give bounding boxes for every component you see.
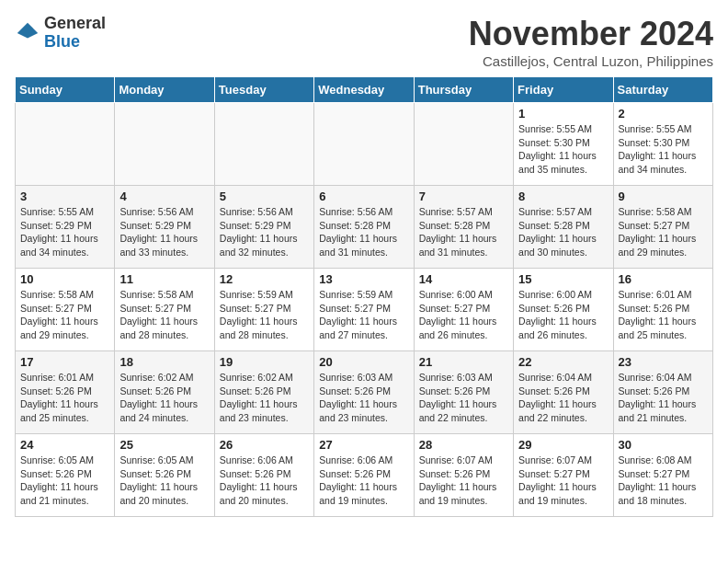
calendar-cell: 22Sunrise: 6:04 AM Sunset: 5:26 PM Dayli… xyxy=(514,351,613,434)
day-number: 2 xyxy=(619,107,708,121)
calendar-cell: 21Sunrise: 6:03 AM Sunset: 5:26 PM Dayli… xyxy=(414,351,513,434)
day-info: Sunrise: 5:57 AM Sunset: 5:28 PM Dayligh… xyxy=(518,205,608,259)
calendar-cell: 12Sunrise: 5:59 AM Sunset: 5:27 PM Dayli… xyxy=(214,269,313,351)
calendar-cell: 27Sunrise: 6:06 AM Sunset: 5:26 PM Dayli… xyxy=(314,434,414,517)
calendar-cell: 18Sunrise: 6:02 AM Sunset: 5:26 PM Dayli… xyxy=(115,351,214,434)
day-number: 28 xyxy=(419,438,508,452)
month-title: November 2024 xyxy=(469,15,713,53)
calendar-cell xyxy=(314,103,414,186)
calendar-header-day: Friday xyxy=(514,77,613,103)
calendar-cell: 28Sunrise: 6:07 AM Sunset: 5:26 PM Dayli… xyxy=(414,434,513,517)
calendar-cell: 20Sunrise: 6:03 AM Sunset: 5:26 PM Dayli… xyxy=(314,351,414,434)
calendar-cell: 17Sunrise: 6:01 AM Sunset: 5:26 PM Dayli… xyxy=(16,351,115,434)
day-number: 14 xyxy=(419,272,508,286)
day-info: Sunrise: 6:03 AM Sunset: 5:26 PM Dayligh… xyxy=(319,371,408,425)
day-info: Sunrise: 5:57 AM Sunset: 5:28 PM Dayligh… xyxy=(419,205,508,259)
day-number: 11 xyxy=(119,272,209,286)
title-block: November 2024 Castillejos, Central Luzon… xyxy=(469,15,713,69)
day-number: 1 xyxy=(518,107,608,121)
day-info: Sunrise: 6:01 AM Sunset: 5:26 PM Dayligh… xyxy=(20,371,109,425)
day-number: 17 xyxy=(20,355,109,369)
calendar-cell: 2Sunrise: 5:55 AM Sunset: 5:30 PM Daylig… xyxy=(613,103,712,186)
day-info: Sunrise: 5:55 AM Sunset: 5:30 PM Dayligh… xyxy=(518,122,608,177)
day-number: 24 xyxy=(20,438,109,452)
logo-text: General Blue xyxy=(44,15,106,52)
day-info: Sunrise: 6:07 AM Sunset: 5:26 PM Dayligh… xyxy=(419,454,508,508)
day-number: 21 xyxy=(419,355,508,369)
calendar-cell: 7Sunrise: 5:57 AM Sunset: 5:28 PM Daylig… xyxy=(414,186,513,269)
day-info: Sunrise: 6:05 AM Sunset: 5:26 PM Dayligh… xyxy=(20,454,109,508)
calendar-cell: 8Sunrise: 5:57 AM Sunset: 5:28 PM Daylig… xyxy=(514,186,613,269)
day-number: 7 xyxy=(419,190,508,203)
calendar-cell: 3Sunrise: 5:55 AM Sunset: 5:29 PM Daylig… xyxy=(16,186,115,269)
calendar-cell: 14Sunrise: 6:00 AM Sunset: 5:27 PM Dayli… xyxy=(414,269,513,351)
day-info: Sunrise: 6:00 AM Sunset: 5:26 PM Dayligh… xyxy=(518,288,608,342)
day-info: Sunrise: 5:58 AM Sunset: 5:27 PM Dayligh… xyxy=(119,288,209,342)
day-number: 20 xyxy=(319,355,408,369)
calendar-body: 1Sunrise: 5:55 AM Sunset: 5:30 PM Daylig… xyxy=(16,103,713,517)
day-number: 8 xyxy=(518,190,608,203)
calendar-cell: 30Sunrise: 6:08 AM Sunset: 5:27 PM Dayli… xyxy=(613,434,712,517)
day-info: Sunrise: 6:06 AM Sunset: 5:26 PM Dayligh… xyxy=(220,454,309,508)
day-info: Sunrise: 6:05 AM Sunset: 5:26 PM Dayligh… xyxy=(119,454,209,508)
day-info: Sunrise: 5:58 AM Sunset: 5:27 PM Dayligh… xyxy=(20,288,109,342)
day-info: Sunrise: 5:56 AM Sunset: 5:29 PM Dayligh… xyxy=(220,205,309,259)
calendar-cell: 6Sunrise: 5:56 AM Sunset: 5:28 PM Daylig… xyxy=(314,186,414,269)
logo: General Blue xyxy=(15,15,106,52)
day-info: Sunrise: 6:08 AM Sunset: 5:27 PM Dayligh… xyxy=(619,454,708,508)
calendar-cell: 15Sunrise: 6:00 AM Sunset: 5:26 PM Dayli… xyxy=(514,269,613,351)
day-info: Sunrise: 5:56 AM Sunset: 5:29 PM Dayligh… xyxy=(119,205,209,259)
calendar-header-row: SundayMondayTuesdayWednesdayThursdayFrid… xyxy=(16,77,713,103)
calendar-cell: 11Sunrise: 5:58 AM Sunset: 5:27 PM Dayli… xyxy=(115,269,214,351)
calendar-cell xyxy=(16,103,115,186)
day-number: 10 xyxy=(20,272,109,286)
day-number: 23 xyxy=(619,355,708,369)
day-info: Sunrise: 5:55 AM Sunset: 5:29 PM Dayligh… xyxy=(20,205,109,259)
calendar-cell xyxy=(214,103,313,186)
day-number: 30 xyxy=(619,438,708,452)
calendar-week-row: 17Sunrise: 6:01 AM Sunset: 5:26 PM Dayli… xyxy=(16,351,713,434)
day-info: Sunrise: 5:58 AM Sunset: 5:27 PM Dayligh… xyxy=(619,205,708,259)
day-number: 25 xyxy=(119,438,209,452)
day-info: Sunrise: 5:55 AM Sunset: 5:30 PM Dayligh… xyxy=(619,122,708,177)
day-number: 5 xyxy=(220,190,309,203)
calendar-header-day: Tuesday xyxy=(214,77,313,103)
calendar: SundayMondayTuesdayWednesdayThursdayFrid… xyxy=(15,76,713,517)
day-info: Sunrise: 6:04 AM Sunset: 5:26 PM Dayligh… xyxy=(619,371,708,425)
day-info: Sunrise: 6:04 AM Sunset: 5:26 PM Dayligh… xyxy=(518,371,608,425)
calendar-cell: 1Sunrise: 5:55 AM Sunset: 5:30 PM Daylig… xyxy=(514,103,613,186)
day-number: 16 xyxy=(619,272,708,286)
logo-icon xyxy=(15,20,40,46)
day-number: 19 xyxy=(220,355,309,369)
day-info: Sunrise: 6:02 AM Sunset: 5:26 PM Dayligh… xyxy=(119,371,209,425)
day-number: 18 xyxy=(119,355,209,369)
day-number: 13 xyxy=(319,272,408,286)
calendar-week-row: 1Sunrise: 5:55 AM Sunset: 5:30 PM Daylig… xyxy=(16,103,713,186)
day-number: 4 xyxy=(119,190,209,203)
day-info: Sunrise: 5:59 AM Sunset: 5:27 PM Dayligh… xyxy=(319,288,408,342)
calendar-cell: 5Sunrise: 5:56 AM Sunset: 5:29 PM Daylig… xyxy=(214,186,313,269)
day-number: 22 xyxy=(518,355,608,369)
day-info: Sunrise: 5:56 AM Sunset: 5:28 PM Dayligh… xyxy=(319,205,408,259)
day-info: Sunrise: 6:02 AM Sunset: 5:26 PM Dayligh… xyxy=(220,371,309,425)
day-number: 9 xyxy=(619,190,708,203)
day-info: Sunrise: 5:59 AM Sunset: 5:27 PM Dayligh… xyxy=(220,288,309,342)
calendar-cell xyxy=(414,103,513,186)
day-number: 3 xyxy=(20,190,109,203)
calendar-header-day: Monday xyxy=(115,77,214,103)
calendar-week-row: 10Sunrise: 5:58 AM Sunset: 5:27 PM Dayli… xyxy=(16,269,713,351)
day-number: 29 xyxy=(518,438,608,452)
calendar-week-row: 3Sunrise: 5:55 AM Sunset: 5:29 PM Daylig… xyxy=(16,186,713,269)
day-info: Sunrise: 6:03 AM Sunset: 5:26 PM Dayligh… xyxy=(419,371,508,425)
calendar-cell: 13Sunrise: 5:59 AM Sunset: 5:27 PM Dayli… xyxy=(314,269,414,351)
calendar-cell xyxy=(115,103,214,186)
calendar-cell: 4Sunrise: 5:56 AM Sunset: 5:29 PM Daylig… xyxy=(115,186,214,269)
day-info: Sunrise: 6:06 AM Sunset: 5:26 PM Dayligh… xyxy=(319,454,408,508)
calendar-cell: 24Sunrise: 6:05 AM Sunset: 5:26 PM Dayli… xyxy=(16,434,115,517)
svg-marker-0 xyxy=(17,23,38,39)
day-info: Sunrise: 6:01 AM Sunset: 5:26 PM Dayligh… xyxy=(619,288,708,342)
day-number: 26 xyxy=(220,438,309,452)
calendar-cell: 26Sunrise: 6:06 AM Sunset: 5:26 PM Dayli… xyxy=(214,434,313,517)
calendar-cell: 16Sunrise: 6:01 AM Sunset: 5:26 PM Dayli… xyxy=(613,269,712,351)
calendar-cell: 10Sunrise: 5:58 AM Sunset: 5:27 PM Dayli… xyxy=(16,269,115,351)
